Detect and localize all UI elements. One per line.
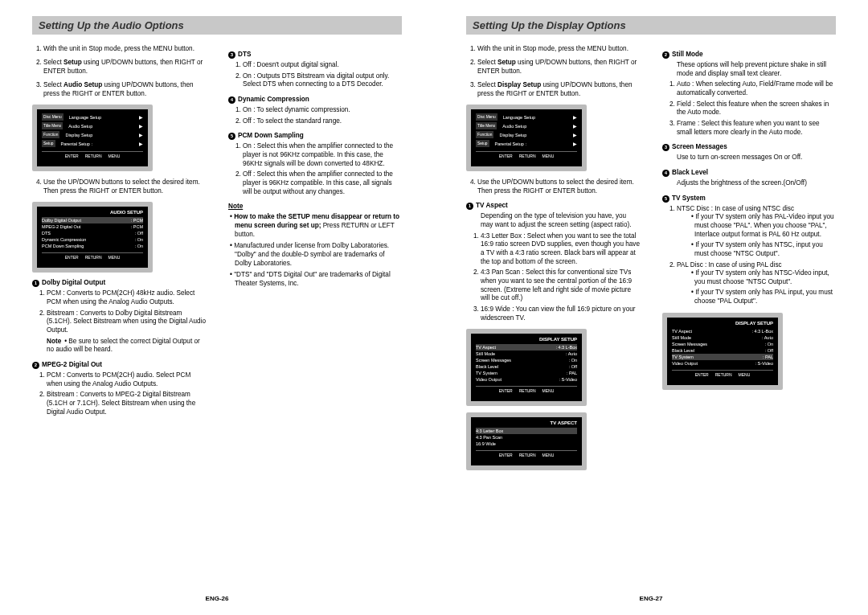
screenshot-menu-display: Disc MenuLanguage Setup▶Title MenuAudio … xyxy=(466,105,587,171)
screenshot-tv-aspect: TV ASPECT4:3 Letter Box4:3 Pan Scan16:9 … xyxy=(466,412,587,470)
option-heading: 4Dynamic Compression xyxy=(228,96,402,104)
step: Select Setup using UP/DOWN buttons, then… xyxy=(43,58,206,76)
option-heading: 5TV System xyxy=(662,195,836,203)
option-heading: 3DTS xyxy=(228,51,402,59)
option-sub: On : To select dynamic compression. xyxy=(243,106,402,115)
option-heading: 5PCM Down Sampling xyxy=(228,132,402,140)
option-subbullet: • If your TV system only has PAL input, … xyxy=(677,289,836,305)
option-sub: PCM : Converts to PCM(2CH) 48kHz audio. … xyxy=(47,289,206,306)
step: Select Audio Setup using UP/DOWN buttons… xyxy=(43,80,206,98)
option-sub: Frame : Select this feature when you wan… xyxy=(677,120,836,137)
step: Select Display Setup using UP/DOWN butto… xyxy=(477,80,640,98)
option-subbullet: • If your TV system only has NTSC, input… xyxy=(677,241,836,258)
note-bullet: How to make the SETUP menu disappear or … xyxy=(228,213,402,239)
screenshot-display-setup-2: DISPLAY SETUPTV Aspect: 4:3 L-BoxStill M… xyxy=(662,313,783,390)
option-heading: 2Still Mode xyxy=(662,51,836,59)
option-sub: Bitstream : Converts to MPEG-2 Digital B… xyxy=(47,391,206,416)
option-sub: Bitstream : Converts to Dolby Digital Bi… xyxy=(47,310,206,335)
screenshot-audio-setup: AUDIO SETUPDolby Digital Output: PCMMPEG… xyxy=(32,202,153,273)
note-bullet: "DTS" and "DTS Digital Out" are trademar… xyxy=(228,271,402,288)
option-sub: PCM : Converts to PCM(2CH) audio. Select… xyxy=(47,371,206,388)
note-heading: Note xyxy=(228,203,402,210)
option-sub: Off : To select the standard range. xyxy=(243,117,402,126)
page-header-left: Setting Up the Audio Options xyxy=(32,16,402,35)
option-sub: 4:3 Pan Scan : Select this for conventio… xyxy=(481,269,640,303)
screenshot-display-setup: DISPLAY SETUPTV Aspect: 4:3 L-BoxStill M… xyxy=(466,329,587,406)
option-sub: Field : Select this feature when the scr… xyxy=(677,100,836,117)
screenshot-menu-audio: Disc MenuLanguage Setup▶Title MenuAudio … xyxy=(32,105,153,171)
step: Use the UP/DOWN buttons to select the de… xyxy=(43,178,206,195)
note-bullet: Manufactured under license from Dolby La… xyxy=(228,242,402,268)
option-heading: 2MPEG-2 Digital Out xyxy=(32,361,206,369)
option-sub: PAL Disc : In case of using PAL disc• If… xyxy=(677,261,836,306)
option-subbullet: • If your TV system only has NTSC-Video … xyxy=(677,269,836,286)
option-heading: 3Screen Messages xyxy=(662,143,836,151)
option-intro: Depending on the type of television you … xyxy=(466,212,640,229)
option-sub: 16:9 Wide : You can view the full 16:9 p… xyxy=(481,305,640,322)
option-heading: 1TV Aspect xyxy=(466,202,640,210)
option-heading: 1Dolby Digital Output xyxy=(32,279,206,287)
step: With the unit in Stop mode, press the ME… xyxy=(43,44,206,53)
option-heading: 4Black Level xyxy=(662,169,836,177)
left-col-2: 3DTSOff : Doesn't output digital signal.… xyxy=(228,44,402,419)
option-sub: Off : Doesn't output digital signal. xyxy=(243,61,402,70)
option-sub: Auto : When selecting Auto, Field/Frame … xyxy=(677,80,836,97)
option-intro: Use to turn on-screen messages On or Off… xyxy=(662,154,836,162)
page-header-right: Setting Up the Display Options xyxy=(466,16,836,35)
page-number-right: ENG-27 xyxy=(466,595,836,602)
right-col-1: With the unit in Stop mode, press the ME… xyxy=(466,44,640,477)
option-sub: Off : Select this when the amplifier con… xyxy=(243,170,402,196)
right-col-2: 2Still ModeThese options will help preve… xyxy=(662,44,836,477)
option-sub: On : Outputs DTS Bitstream via digital o… xyxy=(243,72,402,89)
option-sub: NTSC Disc : In case of using NTSC disc• … xyxy=(677,205,836,259)
page-number-left: ENG-26 xyxy=(32,595,402,602)
step: Use the UP/DOWN buttons to select the de… xyxy=(477,178,640,195)
left-col-1: With the unit in Stop mode, press the ME… xyxy=(32,44,206,419)
page-right: Setting Up the Display Options With the … xyxy=(434,0,868,615)
option-intro: Adjusts the brightness of the screen.(On… xyxy=(662,179,836,188)
item-note: Note• Be sure to select the correct Digi… xyxy=(32,338,206,355)
step: Select Setup using UP/DOWN buttons, then… xyxy=(477,58,640,76)
option-sub: On : Select this when the amplifier conn… xyxy=(243,142,402,168)
page-left: Setting Up the Audio Options With the un… xyxy=(0,0,434,615)
step: With the unit in Stop mode, press the ME… xyxy=(477,44,640,53)
option-sub: 4:3 Letter Box : Select when you want to… xyxy=(481,232,640,267)
option-intro: These options will help prevent picture … xyxy=(662,61,836,78)
option-subbullet: • If your TV system only has PAL-Video i… xyxy=(677,213,836,239)
